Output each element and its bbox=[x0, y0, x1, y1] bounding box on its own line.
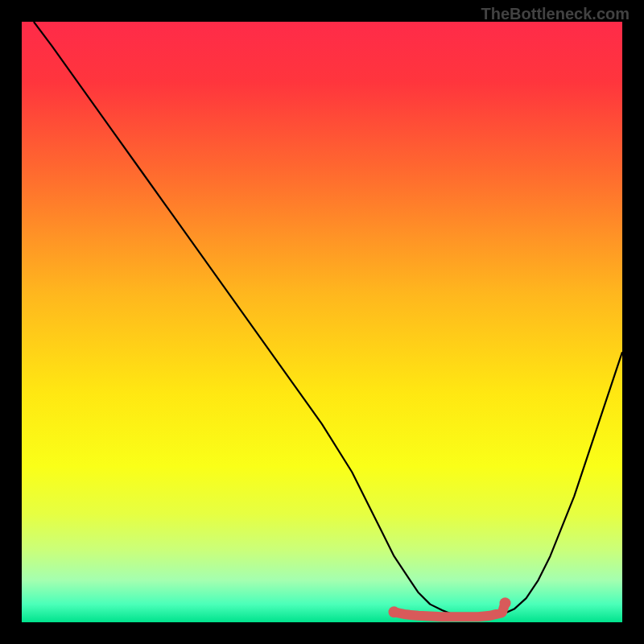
plot-area bbox=[22, 22, 622, 622]
svg-point-1 bbox=[500, 597, 511, 609]
curve-svg bbox=[22, 22, 622, 622]
watermark-text: TheBottleneck.com bbox=[481, 5, 630, 23]
chart-frame: TheBottleneck.com bbox=[0, 0, 644, 644]
svg-point-0 bbox=[389, 606, 400, 617]
